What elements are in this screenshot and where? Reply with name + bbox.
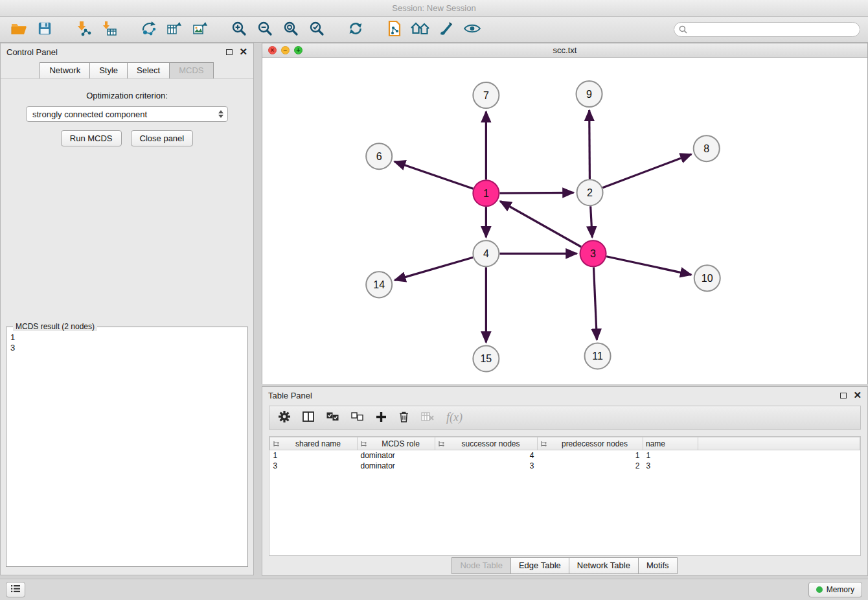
- table-row[interactable]: 3dominator323: [270, 461, 860, 471]
- first-neighbors-button[interactable]: [409, 19, 431, 40]
- search-input[interactable]: [674, 22, 860, 37]
- network-edge[interactable]: [394, 161, 474, 189]
- maximize-window-icon[interactable]: +: [294, 46, 303, 54]
- delete-selected-button[interactable]: [399, 411, 409, 424]
- float-panel-icon[interactable]: [226, 49, 233, 55]
- add-column-button[interactable]: [376, 411, 387, 424]
- network-node[interactable]: 14: [366, 271, 392, 297]
- zoom-out-button[interactable]: [254, 19, 276, 40]
- memory-status-icon: [816, 586, 823, 593]
- apply-layout-button[interactable]: [345, 19, 367, 40]
- table-cell[interactable]: 3: [270, 461, 358, 471]
- network-node[interactable]: 1: [473, 180, 499, 206]
- table-row[interactable]: 1dominator411: [270, 450, 860, 461]
- gear-icon: [279, 411, 290, 424]
- table-cell[interactable]: 3: [643, 461, 698, 471]
- trash-icon: [399, 411, 409, 424]
- function-builder-button[interactable]: f(x): [446, 411, 463, 424]
- network-edge[interactable]: [500, 202, 581, 247]
- table-cell[interactable]: dominator: [358, 461, 435, 471]
- delete-table-button[interactable]: [421, 412, 434, 423]
- network-node[interactable]: 4: [473, 240, 499, 266]
- network-edge[interactable]: [593, 267, 597, 340]
- select-all-icon: [326, 412, 339, 423]
- network-canvas[interactable]: 7968124310141511: [262, 58, 867, 384]
- houses-icon: [411, 21, 430, 38]
- close-panel-icon[interactable]: ✕: [239, 48, 247, 56]
- memory-button[interactable]: Memory: [808, 582, 862, 597]
- table-cell[interactable]: dominator: [358, 450, 435, 461]
- status-bar: Memory: [0, 579, 868, 600]
- network-edge[interactable]: [602, 154, 691, 188]
- table-cell[interactable]: 3: [435, 461, 538, 471]
- network-node[interactable]: 6: [366, 143, 392, 169]
- network-node[interactable]: 9: [577, 81, 602, 107]
- open-folder-icon: [10, 21, 27, 38]
- import-table-button[interactable]: [98, 19, 120, 40]
- column-header-predecessor-nodes[interactable]: predecessor nodes: [538, 437, 643, 450]
- table-cell[interactable]: 4: [435, 450, 538, 461]
- column-header-name[interactable]: name: [643, 437, 698, 450]
- tab-edge-table[interactable]: Edge Table: [510, 557, 569, 574]
- deselect-all-button[interactable]: [351, 412, 363, 423]
- network-node[interactable]: 10: [694, 265, 720, 291]
- table-cell[interactable]: 1: [538, 450, 643, 461]
- zoom-selected-button[interactable]: [306, 19, 328, 40]
- network-edge[interactable]: [589, 110, 590, 179]
- network-node[interactable]: 15: [473, 345, 499, 371]
- zoom-fit-button[interactable]: [280, 19, 302, 40]
- tab-network[interactable]: Network: [40, 62, 90, 78]
- tab-mcds[interactable]: MCDS: [169, 62, 213, 78]
- close-panel-button[interactable]: Close panel: [131, 130, 194, 146]
- network-graph[interactable]: 7968124310141511: [262, 58, 867, 384]
- close-window-icon[interactable]: ×: [268, 46, 277, 54]
- table-cell[interactable]: 2: [538, 461, 643, 471]
- network-node-label: 2: [587, 187, 593, 198]
- table-cell[interactable]: 1: [270, 450, 358, 461]
- network-node[interactable]: 7: [473, 82, 499, 108]
- attribute-type-icon: [540, 441, 547, 447]
- optimization-select[interactable]: strongly connected component: [26, 106, 228, 122]
- deselect-all-icon: [351, 412, 363, 423]
- tab-motifs[interactable]: Motifs: [638, 557, 678, 574]
- network-edge[interactable]: [591, 206, 593, 237]
- table-cell[interactable]: 1: [643, 450, 698, 461]
- tab-style[interactable]: Style: [89, 62, 128, 78]
- new-network-button[interactable]: [137, 19, 159, 40]
- import-network-button[interactable]: [73, 19, 95, 40]
- open-session-button[interactable]: [8, 19, 30, 40]
- column-header-successor-nodes[interactable]: successor nodes: [435, 437, 538, 450]
- save-session-button[interactable]: [34, 19, 56, 40]
- new-network-icon: [141, 21, 156, 38]
- network-node-label: 6: [376, 151, 382, 162]
- style-paint-button[interactable]: [435, 19, 457, 40]
- clone-network-button[interactable]: [383, 19, 405, 40]
- tab-network-table[interactable]: Network Table: [569, 557, 639, 574]
- network-edge[interactable]: [499, 192, 573, 193]
- tab-node-table[interactable]: Node Table: [451, 557, 511, 574]
- export-image-button[interactable]: [189, 19, 211, 40]
- network-edge[interactable]: [394, 257, 473, 280]
- export-table-button[interactable]: [163, 19, 185, 40]
- close-table-panel-icon[interactable]: ✕: [853, 391, 862, 399]
- network-node[interactable]: 3: [580, 240, 606, 266]
- float-table-panel-icon[interactable]: [840, 393, 847, 398]
- column-header-shared-name[interactable]: shared name: [270, 437, 358, 450]
- network-node[interactable]: 11: [585, 343, 611, 369]
- network-edge[interactable]: [606, 257, 691, 275]
- table-mode-button[interactable]: [279, 411, 290, 424]
- zoom-in-button[interactable]: [228, 19, 250, 40]
- attribute-type-icon: [273, 441, 279, 447]
- network-node[interactable]: 8: [694, 135, 720, 161]
- select-all-button[interactable]: [326, 412, 339, 423]
- select-spinner-icon: [218, 110, 223, 118]
- tab-select[interactable]: Select: [127, 62, 170, 78]
- network-node-label: 10: [702, 273, 713, 284]
- network-node[interactable]: 2: [577, 179, 603, 205]
- task-history-button[interactable]: [6, 582, 25, 597]
- show-hide-button[interactable]: [461, 19, 483, 40]
- run-mcds-button[interactable]: Run MCDS: [61, 130, 122, 146]
- minimize-window-icon[interactable]: −: [281, 46, 290, 54]
- show-columns-button[interactable]: [303, 411, 314, 424]
- column-header-mcds-role[interactable]: MCDS role: [358, 437, 435, 450]
